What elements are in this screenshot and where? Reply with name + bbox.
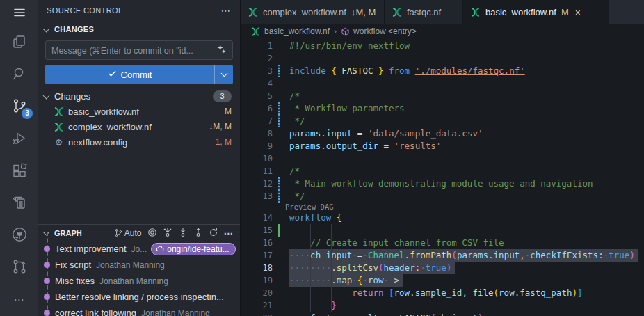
tab-complex-workflow[interactable]: complex_workflow.nf ↓M, M <box>241 0 385 24</box>
code-line[interactable]: 8params.input = 'data/sample_data.csv' <box>241 127 644 140</box>
code-line[interactable]: 6 * Workflow parameters <box>241 102 644 115</box>
line-number[interactable]: 5 <box>241 90 278 102</box>
sidebar-item-source-control[interactable]: 3 <box>0 91 38 123</box>
commit-author: Jonathan Manning <box>96 260 165 270</box>
codelens-preview-dag[interactable]: Preview DAG <box>285 203 644 212</box>
code-line[interactable]: 13 */ <box>241 190 644 203</box>
code-line[interactable]: 19········.map·{·row·-> <box>241 274 644 287</box>
push-icon[interactable] <box>193 228 203 239</box>
code-line[interactable]: 1#!/usr/bin/env nextflow <box>241 40 644 52</box>
graph-toolbar: Auto ⋯ <box>114 228 234 239</box>
breadcrumb-separator: › <box>334 26 337 36</box>
code-line[interactable]: 12 * Main workflow demonstrating module … <box>241 177 644 190</box>
code-line[interactable]: 9params.output_dir = 'results' <box>241 140 644 152</box>
code-line[interactable]: 3include { FASTQC } from './modules/fast… <box>241 65 644 77</box>
tab-basic-workflow[interactable]: basic_workflow.nf M × <box>463 0 609 24</box>
commit-button-main[interactable]: Commit <box>45 65 214 84</box>
line-number[interactable]: 11 <box>241 165 278 177</box>
commit-dropdown-button[interactable] <box>214 65 233 84</box>
code-line[interactable]: 22 fastqc_results = FASTQC(ch_input) <box>241 312 644 316</box>
gutter-change-indicator <box>278 190 282 203</box>
code-line[interactable]: 5/* <box>241 90 644 102</box>
sidebar-item-explorer[interactable] <box>0 27 38 59</box>
breadcrumb-symbol[interactable]: workflow <entry> <box>341 26 417 36</box>
code-line[interactable]: 7 */ <box>241 115 644 127</box>
sidebar-item-run-debug[interactable] <box>0 124 38 156</box>
code-line[interactable]: 21 } <box>241 299 644 312</box>
breadcrumb-file[interactable]: basic_workflow.nf <box>250 26 330 37</box>
fetch-icon[interactable] <box>163 228 172 239</box>
sidebar-item-search[interactable] <box>0 59 38 91</box>
sidebar-overflow-button[interactable]: ⋯ <box>221 5 232 16</box>
changes-tree-label: Changes <box>54 91 90 102</box>
line-number[interactable]: 2 <box>241 52 278 65</box>
code-line[interactable]: 17····ch_input·=·Channel.fromPath(params… <box>241 249 644 262</box>
line-number[interactable]: 1 <box>241 40 278 52</box>
line-number[interactable]: 8 <box>241 127 278 140</box>
sidebar-item-extensions[interactable] <box>0 156 38 188</box>
sparkle-icon[interactable] <box>216 44 227 56</box>
line-number[interactable]: 6 <box>241 102 278 115</box>
commit-row[interactable]: Better resolve linking / process inspect… <box>38 289 240 305</box>
line-number[interactable]: 7 <box>241 115 278 127</box>
activity-more-button[interactable]: ⋯ <box>0 284 38 316</box>
graph-header[interactable]: GRAPH Auto ⋯ <box>38 225 240 241</box>
line-number[interactable]: 12 <box>241 177 278 190</box>
chevron-down-icon <box>43 92 50 99</box>
gutter-change-indicator <box>278 65 282 77</box>
line-number[interactable]: 4 <box>241 77 278 90</box>
commit-row[interactable]: Misc fixes Jonathan Manning <box>38 273 240 289</box>
code-line[interactable]: 11/* <box>241 165 644 177</box>
changed-file-nextflow-config[interactable]: ⚙ nextflow.config 1, M <box>38 134 240 150</box>
sidebar-item-git-graph[interactable] <box>0 252 38 284</box>
line-number[interactable]: 17 <box>241 249 278 262</box>
changed-file-complex-workflow[interactable]: complex_workflow.nf ↓M, M <box>38 119 240 134</box>
line-number[interactable]: 19 <box>241 274 278 287</box>
changes-tree-header[interactable]: Changes 3 <box>38 88 240 104</box>
code-editor[interactable]: 1#!/usr/bin/env nextflow23include { FAST… <box>241 38 644 316</box>
line-number[interactable]: 18 <box>241 262 278 274</box>
line-number[interactable]: 21 <box>241 299 278 312</box>
refresh-icon[interactable] <box>209 228 218 239</box>
code-line[interactable]: 4 <box>241 77 644 90</box>
line-number[interactable]: 20 <box>241 287 278 299</box>
changed-file-basic-workflow[interactable]: basic_workflow.nf M <box>38 104 240 119</box>
line-number[interactable]: 3 <box>241 65 278 77</box>
sidebar-item-github[interactable] <box>0 220 38 252</box>
branch-badge[interactable]: origin/ide-featu... <box>151 243 235 255</box>
pull-icon[interactable] <box>178 228 188 239</box>
target-icon[interactable] <box>147 228 157 239</box>
graph-repo-picker[interactable]: Auto <box>114 228 142 238</box>
code-line[interactable]: 15 <box>241 224 644 237</box>
line-number[interactable]: 16 <box>241 237 278 249</box>
github-icon <box>11 226 28 246</box>
close-icon[interactable]: × <box>575 7 581 18</box>
commit-message: correct link following <box>55 308 136 316</box>
line-number[interactable]: 13 <box>241 190 278 203</box>
line-number[interactable]: 14 <box>241 212 278 224</box>
gutter <box>278 77 282 90</box>
code-line[interactable]: 10 <box>241 152 644 165</box>
menu-button[interactable] <box>0 0 38 27</box>
tab-fastqc[interactable]: fastqc.nf <box>385 0 463 24</box>
breadcrumb-file-label: basic_workflow.nf <box>264 26 330 36</box>
commit-message-input[interactable]: Message (⌘Enter to commit on "id... <box>45 40 233 60</box>
line-number[interactable]: 15 <box>241 224 278 237</box>
commit-dot <box>44 294 50 300</box>
line-number[interactable]: 22 <box>241 312 278 316</box>
graph-overflow-button[interactable]: ⋯ <box>224 228 235 239</box>
changes-section-header[interactable]: CHANGES <box>38 21 240 38</box>
sidebar-item-references[interactable] <box>0 188 38 220</box>
commit-row[interactable]: Fix script Jonathan Manning <box>38 257 240 273</box>
line-number[interactable]: 10 <box>241 152 278 165</box>
code-text: workflow { <box>289 212 341 224</box>
commit-row[interactable]: Text improvement Jo... origin/ide-featu.… <box>38 241 240 257</box>
code-line[interactable]: 14workflow { <box>241 212 644 224</box>
code-line[interactable]: 20 return [row.sample_id, file(row.fastq… <box>241 287 644 299</box>
code-line[interactable]: 2 <box>241 52 644 65</box>
commit-button[interactable]: Commit <box>45 65 233 84</box>
code-line[interactable]: 16 // Create input channel from CSV file <box>241 237 644 249</box>
code-line[interactable]: 18········.splitCsv(header:·true) <box>241 262 644 274</box>
commit-row[interactable]: correct link following Jonathan Manning <box>38 305 240 316</box>
line-number[interactable]: 9 <box>241 140 278 152</box>
